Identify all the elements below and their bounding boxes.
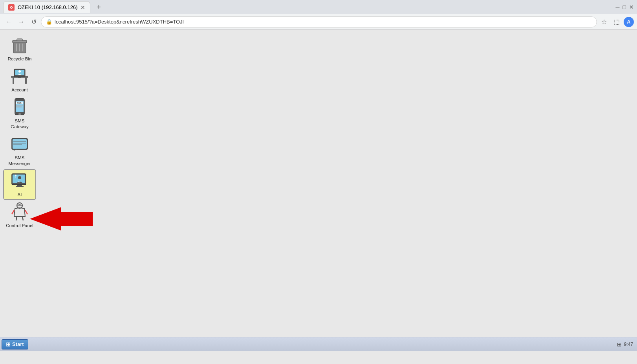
tab-close-button[interactable]: ✕ [81, 4, 85, 11]
bookmark-icon[interactable]: ☆ [599, 16, 610, 27]
desktop: Recycle Bin Account [0, 30, 637, 351]
svg-point-29 [18, 176, 21, 179]
sms-gateway-image: SMS [10, 98, 29, 116]
extension-icon[interactable]: ⬚ [611, 16, 622, 27]
sms-messenger-label: SMS Messenger [5, 155, 34, 167]
svg-text:AI: AI [18, 180, 20, 183]
taskbar: ⊞ Start ⊞ 9:47 [0, 337, 637, 351]
title-bar: O OZEKI 10 (192.168.0.126) ✕ + ─ □ ✕ [0, 0, 637, 14]
svg-line-39 [22, 217, 23, 220]
tab-favicon: O [8, 4, 15, 11]
maximize-button[interactable]: □ [623, 4, 626, 10]
svg-point-30 [15, 175, 16, 176]
account-icon[interactable]: Account [4, 65, 35, 95]
svg-line-38 [16, 217, 17, 220]
sms-gateway-label: SMS Gateway [5, 118, 34, 130]
browser-tab[interactable]: O OZEKI 10 (192.168.0.126) ✕ [3, 1, 90, 13]
start-icon: ⊞ [6, 341, 11, 348]
nav-bar: ← → ↺ 🔒 localhost:9515/?a=Desktop&ncrefr… [0, 14, 637, 30]
svg-rect-32 [17, 185, 22, 186]
taskbar-grid-icon: ⊞ [617, 341, 622, 348]
address-bar[interactable]: 🔒 localhost:9515/?a=Desktop&ncrefreshWZU… [41, 16, 597, 27]
taskbar-time: 9:47 [624, 342, 633, 347]
svg-point-12 [18, 70, 21, 73]
sms-messenger-icon[interactable]: SMS Messenger [4, 133, 35, 168]
svg-line-36 [12, 210, 14, 214]
recycle-bin-label: Recycle Bin [8, 56, 32, 62]
svg-point-20 [18, 113, 21, 115]
svg-rect-7 [13, 78, 14, 84]
back-button[interactable]: ← [3, 16, 14, 27]
svg-text:SMS: SMS [17, 102, 22, 104]
close-button[interactable]: ✕ [629, 4, 634, 10]
sms-gateway-icon[interactable]: SMS SMS Gateway [4, 96, 35, 131]
svg-rect-22 [13, 139, 27, 149]
svg-rect-8 [25, 78, 27, 84]
ai-label: AI [18, 192, 22, 198]
svg-rect-33 [16, 186, 24, 187]
control-panel-image [10, 202, 29, 221]
account-label: Account [11, 87, 28, 93]
start-button[interactable]: ⊞ Start [2, 339, 28, 349]
tab-title: OZEKI 10 (192.168.0.126) [18, 4, 77, 10]
recycle-bin-image [10, 36, 29, 55]
taskbar-right: ⊞ 9:47 [617, 341, 635, 348]
browser-chrome: O OZEKI 10 (192.168.0.126) ✕ + ─ □ ✕ ← →… [0, 0, 637, 30]
new-tab-button[interactable]: + [93, 2, 104, 12]
ai-image: AI [10, 171, 29, 190]
svg-rect-2 [17, 39, 22, 41]
minimize-button[interactable]: ─ [616, 4, 620, 10]
reload-button[interactable]: ↺ [28, 16, 39, 27]
forward-button[interactable]: → [16, 16, 27, 27]
ai-icon[interactable]: AI AI [4, 170, 35, 199]
profile-icon[interactable]: A [624, 17, 634, 27]
svg-rect-11 [18, 77, 21, 78]
start-label: Start [12, 341, 24, 347]
svg-line-37 [25, 210, 27, 214]
control-panel-label: Control Panel [6, 223, 33, 229]
account-image [10, 67, 29, 86]
control-panel-icon[interactable]: Control Panel [4, 201, 35, 230]
address-text: localhost:9515/?a=Desktop&ncrefreshWZUXD… [55, 19, 184, 25]
sms-messenger-image [10, 135, 29, 153]
recycle-bin-icon[interactable]: Recycle Bin [4, 34, 35, 64]
desktop-icons-container: Recycle Bin Account [0, 30, 637, 234]
